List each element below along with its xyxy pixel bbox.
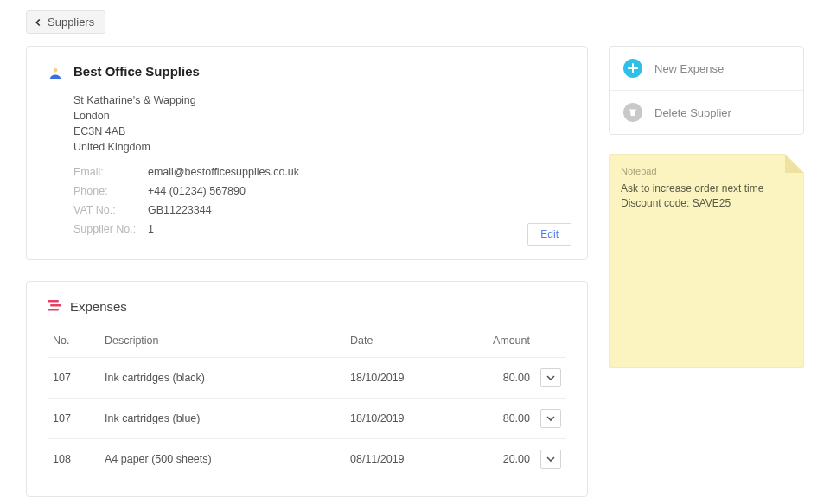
td-desc: Ink cartridges (black) [99,357,345,398]
meta-label-email: Email: [73,166,148,178]
notepad[interactable]: Notepad Ask to increase order next time … [609,154,804,368]
td-no: 107 [48,398,99,438]
table-row: 107 Ink cartridges (black) 18/10/2019 80… [48,357,566,398]
expenses-card: Expenses No. Description Date Amount [26,281,588,497]
svg-rect-3 [48,309,59,311]
td-desc: A4 paper (500 sheets) [99,438,345,479]
page-fold-icon [785,154,804,173]
th-amount: Amount [466,328,535,358]
td-amount: 20.00 [466,438,535,479]
th-no: No. [48,328,99,358]
trash-icon [623,103,642,122]
td-amount: 80.00 [466,357,535,398]
chevron-left-icon [32,16,44,29]
td-date: 18/10/2019 [345,398,466,438]
td-date: 18/10/2019 [345,357,466,398]
table-row: 107 Ink cartridges (blue) 18/10/2019 80.… [48,398,566,438]
expenses-icon [48,299,61,314]
actions-panel: New Expense Delete Supplier [609,46,804,135]
edit-button[interactable]: Edit [527,223,571,246]
td-desc: Ink cartridges (blue) [99,398,345,438]
table-row: 108 A4 paper (500 sheets) 08/11/2019 20.… [48,438,566,479]
new-expense-label: New Expense [654,62,724,75]
back-label: Suppliers [48,16,94,29]
plus-icon [623,59,642,78]
caret-down-icon [546,373,555,382]
meta-label-phone: Phone: [73,185,148,197]
row-action-button[interactable] [540,409,561,428]
supplier-email: email@bestofficesupplies.co.uk [148,166,299,178]
supplier-card: Best Office Supplies St Katharine's & Wa… [26,46,588,260]
td-no: 107 [48,357,99,398]
supplier-name: Best Office Supplies [73,64,200,79]
svg-rect-1 [48,300,59,303]
td-date: 08/11/2019 [345,438,466,479]
expenses-table: No. Description Date Amount 107 Ink cart… [48,328,566,479]
delete-supplier-label: Delete Supplier [654,106,731,119]
addr-line: London [73,108,566,124]
row-action-button[interactable] [540,368,561,387]
meta-label-supplier-no: Supplier No.: [73,223,148,235]
th-date: Date [345,328,466,358]
person-icon [48,66,63,84]
new-expense-button[interactable]: New Expense [610,47,803,90]
notepad-title: Notepad [621,166,792,176]
th-desc: Description [99,328,345,358]
svg-rect-2 [50,304,61,307]
expenses-title: Expenses [70,299,127,314]
addr-line: EC3N 4AB [73,124,566,139]
meta-label-vat: VAT No.: [73,204,148,216]
addr-line: United Kingdom [73,139,566,155]
td-amount: 80.00 [466,398,535,438]
svg-point-0 [54,68,58,73]
notepad-text: Ask to increase order next time Discount… [621,182,792,211]
supplier-number: 1 [148,223,154,235]
caret-down-icon [546,455,555,463]
caret-down-icon [546,414,555,423]
expenses-title-row: Expenses [48,299,566,314]
supplier-vat: GB11223344 [148,204,212,216]
supplier-address: St Katharine's & Wapping London EC3N 4AB… [73,93,566,156]
supplier-phone: +44 (01234) 567890 [148,185,246,197]
addr-line: St Katharine's & Wapping [73,93,566,108]
delete-supplier-button[interactable]: Delete Supplier [610,90,803,134]
row-action-button[interactable] [540,450,561,469]
td-no: 108 [48,438,99,479]
back-button[interactable]: Suppliers [26,10,105,34]
